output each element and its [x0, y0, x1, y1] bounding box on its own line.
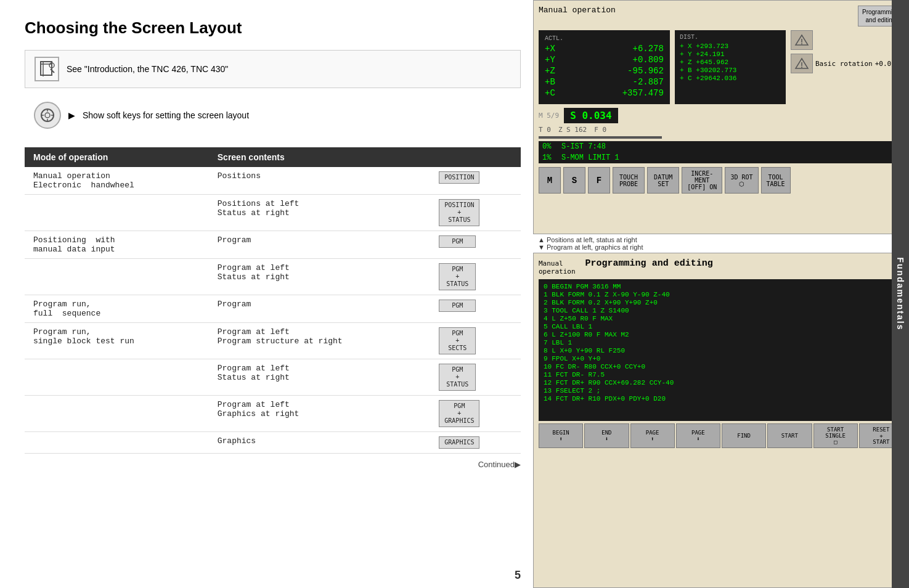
table-row: Program at left Status at rightPGM + STA…: [25, 259, 521, 295]
axis-value: +357.479: [622, 88, 664, 98]
prog-line: 9 FPOL X+0 Y+0: [544, 355, 899, 362]
3d-rot-button[interactable]: 3D ROT⬡: [725, 167, 758, 194]
screen-btn[interactable]: PGM + GRAPHICS: [439, 400, 479, 427]
screen-cell: Program at left Program structure at rig…: [209, 323, 431, 359]
pct-label: 0%: [542, 142, 558, 151]
prog-line: 11 FCT DR- R7.5: [544, 371, 899, 378]
softkey-button[interactable]: PAGE ⬆: [630, 423, 675, 448]
axis-label: +X: [545, 44, 562, 54]
dist-row: + C +29642.036: [680, 75, 781, 82]
continued-label: Continued▶: [25, 460, 521, 469]
tool-table-button[interactable]: TOOLTABLE: [761, 167, 791, 194]
screen-btn[interactable]: PGM + SECTS: [439, 327, 476, 354]
pct-text: S-MOM LIMIT 1: [561, 153, 619, 162]
table-row: Program run, full sequenceProgramPGM: [25, 295, 521, 323]
rotation-icon-btn[interactable]: [791, 54, 813, 73]
softkey-button[interactable]: START SINGLE □: [813, 423, 858, 448]
screen-btn[interactable]: PGM + STATUS: [439, 364, 476, 391]
bottom-softkeys: BEGIN ⬆END ⬇PAGE ⬆PAGE ⬇FINDSTARTSTART S…: [539, 423, 903, 448]
intro-text: See "Introduction, the TNC 426, TNC 430": [67, 64, 228, 74]
dist-row: + Z +645.962: [680, 59, 781, 66]
screen-cell: Program at left Status at right: [209, 359, 431, 396]
position-row: +B-2.887: [545, 77, 664, 87]
softkey-button[interactable]: BEGIN ⬆: [539, 423, 583, 448]
mode-cell: [25, 195, 209, 231]
softkey-text: Show soft keys for setting the screen la…: [83, 110, 249, 120]
basic-rotation-label: Basic rotation: [815, 60, 873, 68]
axis-value: -95.962: [627, 66, 664, 76]
prog-line: 4 L Z+50 R0 F MAX: [544, 315, 899, 322]
softkey-icon: [34, 102, 61, 129]
main-content: Choosing the Screen Layout See "Introduc…: [0, 0, 533, 588]
f-button[interactable]: F: [588, 167, 610, 194]
screen-btn[interactable]: POSITION + STATUS: [439, 199, 479, 226]
mode-cell: Manual operation Electronic handwheel: [25, 167, 209, 195]
axis-label: +Z: [545, 66, 562, 76]
s-button[interactable]: S: [563, 167, 585, 194]
dist-axis: + C +29642.036: [680, 75, 736, 82]
screen-cell: Program at left Status at right: [209, 259, 431, 295]
screen-btn[interactable]: POSITION: [439, 171, 479, 184]
btn-cell: PGM + STATUS: [430, 359, 521, 396]
page-title: Choosing the Screen Layout: [25, 18, 521, 38]
position-panel: ACTL. +X+6.278+Y+0.809+Z-95.962+B-2.887+…: [539, 30, 670, 104]
screen-btn[interactable]: PGM + STATUS: [439, 263, 476, 290]
prog-line: 8 L X+0 Y+90 RL F250: [544, 347, 899, 354]
annotations-area: ▲ Positions at left, status at right ▼ P…: [533, 234, 909, 253]
mode-cell: [25, 259, 209, 295]
tool-icon: [794, 34, 809, 46]
prog-line: 5 CALL LBL 1: [544, 323, 899, 330]
axis-label: +B: [545, 77, 562, 87]
btn-cell: PGM + STATUS: [430, 259, 521, 295]
settings-icon: [39, 107, 56, 124]
s-value-display: S 0.034: [564, 108, 618, 123]
position-row: +C+357.479: [545, 88, 664, 98]
position-row: +Y+0.809: [545, 55, 664, 65]
table-row: Positions at left Status at rightPOSITIO…: [25, 195, 521, 231]
table-row: Manual operation Electronic handwheelPos…: [25, 167, 521, 195]
screen-cell: Program at left Graphics at right: [209, 396, 431, 432]
dist-axis: + Y +24.191: [680, 51, 725, 58]
mode-cell: Positioning with manual data input: [25, 231, 209, 259]
screen-cell: Positions at left Status at right: [209, 195, 431, 231]
touch-probe-button[interactable]: TOUCHPROBE: [613, 167, 645, 194]
softkey-button[interactable]: END ⬇: [584, 423, 629, 448]
dist-row: + Y +24.191: [680, 51, 781, 58]
softkey-button[interactable]: START: [767, 423, 812, 448]
softkey-button[interactable]: FIND: [722, 423, 766, 448]
arrow-right-icon: ▶: [68, 110, 75, 120]
cnc-header: Manual operation Programmingand editing: [539, 6, 903, 27]
screen-btn[interactable]: PGM: [439, 235, 476, 248]
m-button[interactable]: M: [539, 167, 561, 194]
mode-cell: Program run, single block test run: [25, 323, 209, 359]
pct-row: 0%S-IST 7:48: [539, 141, 903, 152]
btn-cell: PGM: [430, 295, 521, 323]
dist-axis: + Z +645.962: [680, 59, 728, 66]
prog-line: 1 BLK FORM 0.1 Z X-90 Y-90 Z-40: [544, 291, 899, 298]
msf-row: M S F TOUCHPROBE DATUMSET INCRE-MENT[OFF…: [539, 167, 903, 194]
cnc-bottom-left-title: Manualoperation: [539, 259, 576, 276]
tool-icon-btn[interactable]: [791, 30, 813, 50]
intro-icon: [35, 57, 59, 81]
btn-cell: PGM + SECTS: [430, 323, 521, 359]
mode-cell: [25, 432, 209, 454]
actl-label: ACTL.: [545, 35, 664, 42]
screen-btn[interactable]: PGM: [439, 300, 476, 312]
svg-point-5: [45, 113, 50, 118]
screen-btn[interactable]: GRAPHICS: [439, 436, 479, 449]
page-number: 5: [515, 569, 521, 582]
dist-row: + B +30202.773: [680, 67, 781, 74]
prog-line: 6 L Z+100 R0 F MAX M2: [544, 331, 899, 338]
axis-value: +6.278: [633, 44, 664, 54]
datum-set-button[interactable]: DATUMSET: [647, 167, 679, 194]
pct-label: 1%: [542, 153, 558, 162]
mode-cell: [25, 359, 209, 396]
col-mode: Mode of operation: [25, 147, 209, 167]
cnc-top-panel: Manual operation Programmingand editing …: [533, 0, 909, 234]
increment-button[interactable]: INCRE-MENT[OFF] ON: [682, 167, 722, 194]
screen-cell: Positions: [209, 167, 431, 195]
table-row: GraphicsGRAPHICS: [25, 432, 521, 454]
softkey-button[interactable]: PAGE ⬇: [676, 423, 720, 448]
dist-row: + X +293.723: [680, 43, 781, 50]
prog-line: 0 BEGIN PGM 3616 MM: [544, 283, 899, 290]
